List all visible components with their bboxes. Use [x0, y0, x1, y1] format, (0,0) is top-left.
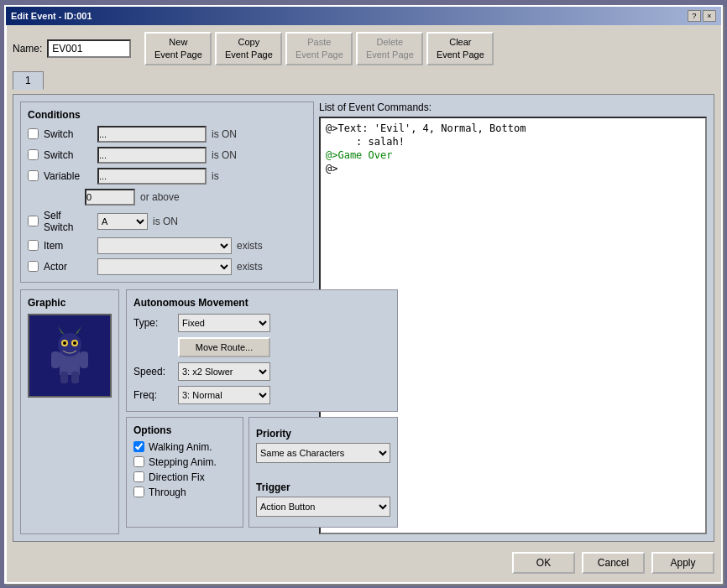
apply-button[interactable]: Apply: [651, 552, 714, 574]
priority-title: Priority: [256, 428, 390, 440]
main-window: Edit Event - ID:001 ? × Name: NewEvent P…: [4, 5, 723, 584]
speed-label: Speed:: [133, 366, 171, 377]
tabs-bar: 1: [13, 70, 714, 89]
cmd-text-1: @>Text: 'Evil', 4, Normal, Bottom: [326, 122, 526, 134]
title-bar: Edit Event - ID:001 ? ×: [6, 7, 721, 25]
variable-value-input[interactable]: [85, 189, 135, 206]
cmd-text-2: : salah!: [326, 136, 405, 148]
paste-event-page-button[interactable]: PasteEvent Page: [285, 32, 353, 65]
freq-label: Freq:: [133, 389, 171, 401]
switch2-row: Switch is ON: [28, 147, 306, 164]
window-body: Name: NewEvent Page CopyEvent Page Paste…: [6, 25, 721, 582]
self-switch-checkbox[interactable]: [28, 216, 39, 226]
through-label: Through: [149, 487, 186, 498]
main-content: Conditions Switch is ON Switch: [13, 94, 714, 542]
name-section: Name:: [13, 39, 131, 58]
type-select[interactable]: FixedRandomApproachCustom: [178, 314, 270, 332]
freq-select[interactable]: 1: Lowest 2: Lower 3: Normal 4: Higher 5…: [178, 386, 270, 404]
walking-anim-label: Walking Anim.: [149, 441, 212, 453]
walking-anim-row: Walking Anim.: [133, 441, 236, 453]
conditions-section: Conditions Switch is ON Switch: [20, 101, 314, 283]
direction-fix-checkbox[interactable]: [133, 471, 144, 482]
walking-anim-checkbox[interactable]: [133, 441, 144, 452]
conditions-title: Conditions: [28, 109, 306, 121]
through-checkbox[interactable]: [133, 487, 144, 497]
top-bar: Name: NewEvent Page CopyEvent Page Paste…: [13, 32, 714, 65]
ok-button[interactable]: OK: [512, 552, 575, 574]
actor-label: Actor: [44, 261, 92, 273]
name-input[interactable]: [47, 39, 131, 58]
trigger-section: Trigger Action Button Player Touch Event…: [256, 478, 390, 520]
self-switch-select[interactable]: ABCD: [97, 213, 148, 230]
actor-checkbox[interactable]: [28, 261, 39, 272]
window-title: Edit Event - ID:001: [11, 11, 92, 21]
actor-select[interactable]: [97, 258, 232, 275]
bottom-buttons: OK Cancel Apply: [13, 547, 714, 575]
cmd-line-4[interactable]: @>: [324, 162, 702, 175]
sprite-svg: [44, 326, 95, 385]
autonomous-movement-section: Autonomous Movement Type: FixedRandomApp…: [126, 289, 398, 412]
cmd-text-3: @>Game Over: [326, 149, 392, 161]
graphic-preview[interactable]: [28, 314, 112, 398]
item-suffix: exists: [237, 240, 263, 252]
bottom-sections: Graphic: [20, 289, 314, 534]
svg-rect-10: [80, 351, 88, 368]
item-select[interactable]: [97, 237, 232, 254]
stepping-anim-row: Stepping Anim.: [133, 456, 236, 468]
self-switch-row: Self Switch ABCD is ON: [28, 210, 306, 233]
cancel-button[interactable]: Cancel: [582, 552, 645, 574]
close-button[interactable]: ×: [703, 10, 716, 22]
through-row: Through: [133, 487, 236, 498]
variable-suffix: is: [212, 170, 219, 182]
copy-event-page-button[interactable]: CopyEvent Page: [215, 32, 282, 65]
svg-rect-12: [71, 372, 79, 383]
or-above-row: or above: [85, 189, 306, 206]
stepping-anim-checkbox[interactable]: [133, 456, 144, 467]
svg-point-6: [73, 341, 76, 345]
self-switch-label: Self Switch: [44, 210, 92, 233]
direction-fix-row: Direction Fix: [133, 471, 236, 483]
trigger-title: Trigger: [256, 481, 390, 493]
speed-select[interactable]: 1: x8 Slower 2: x4 Slower 3: x2 Slower 4…: [178, 362, 270, 381]
conditions-grid: Switch is ON Switch is ON: [28, 126, 306, 275]
clear-event-page-button[interactable]: ClearEvent Page: [426, 32, 494, 65]
options-priority-row: Options Walking Anim. Stepping Anim.: [126, 417, 398, 528]
options-title: Options: [133, 424, 236, 436]
switch2-input[interactable]: [97, 147, 207, 164]
switch1-checkbox[interactable]: [28, 128, 39, 139]
cmd-line-3[interactable]: @>Game Over: [324, 148, 702, 162]
new-event-page-button[interactable]: NewEvent Page: [144, 32, 212, 65]
list-commands-header: List of Event Commands:: [319, 101, 707, 113]
cmd-line-1[interactable]: @>Text: 'Evil', 4, Normal, Bottom: [324, 122, 702, 135]
trigger-select[interactable]: Action Button Player Touch Event Touch A…: [256, 497, 390, 517]
options-section: Options Walking Anim. Stepping Anim.: [126, 417, 243, 528]
tab-1[interactable]: 1: [13, 71, 44, 90]
name-label: Name:: [13, 43, 42, 55]
help-button[interactable]: ?: [688, 10, 701, 22]
switch2-label: Switch: [44, 149, 92, 161]
svg-point-5: [63, 341, 66, 345]
self-switch-suffix: is ON: [153, 216, 178, 227]
priority-select[interactable]: Below Characters Same as Characters Abov…: [256, 443, 390, 463]
variable-checkbox[interactable]: [28, 170, 39, 181]
type-row: Type: FixedRandomApproachCustom: [133, 314, 390, 332]
svg-rect-11: [60, 372, 68, 383]
title-bar-buttons: ? ×: [688, 10, 716, 22]
move-route-button[interactable]: Move Route...: [178, 337, 270, 357]
switch2-checkbox[interactable]: [28, 149, 39, 160]
options-inner: Walking Anim. Stepping Anim. Direction F…: [133, 441, 236, 498]
toolbar-buttons: NewEvent Page CopyEvent Page PasteEvent …: [144, 32, 494, 65]
item-checkbox[interactable]: [28, 240, 39, 251]
autonomous-movement-title: Autonomous Movement: [133, 297, 390, 309]
actor-row: Actor exists: [28, 258, 306, 275]
variable-input[interactable]: [97, 168, 207, 185]
switch1-label: Switch: [44, 128, 92, 140]
cmd-line-2[interactable]: : salah!: [324, 135, 702, 148]
graphic-section: Graphic: [20, 289, 119, 534]
delete-event-page-button[interactable]: DeleteEvent Page: [356, 32, 423, 65]
move-route-row: Move Route...: [133, 337, 390, 357]
switch1-row: Switch is ON: [28, 126, 306, 143]
priority-section: Priority Below Characters Same as Charac…: [256, 424, 390, 466]
left-panel: Conditions Switch is ON Switch: [20, 101, 314, 534]
switch1-input[interactable]: [97, 126, 207, 143]
